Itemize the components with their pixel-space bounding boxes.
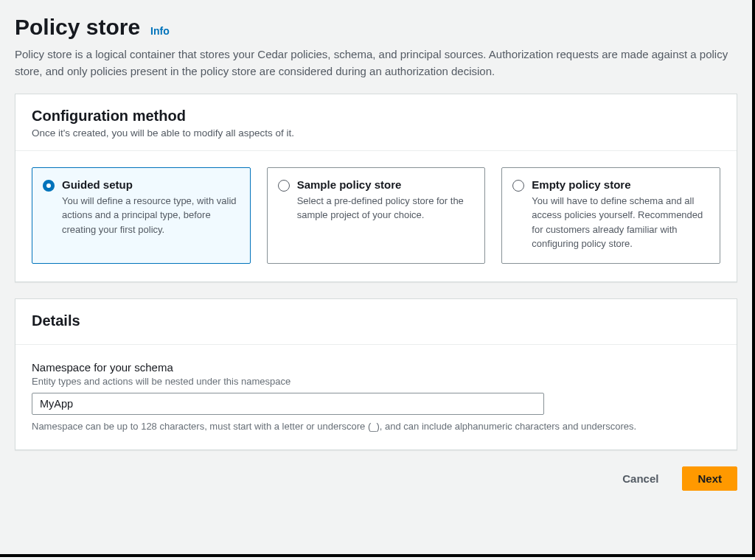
option-guided-setup[interactable]: Guided setup You will define a resource …	[32, 167, 251, 264]
option-description: Select a pre-defined policy store for th…	[297, 194, 473, 223]
namespace-label: Namespace for your schema	[32, 361, 720, 374]
title-row: Policy store Info	[15, 15, 737, 40]
info-link[interactable]: Info	[150, 25, 170, 37]
namespace-input[interactable]	[32, 393, 544, 415]
details-panel: Details Namespace for your schema Entity…	[15, 298, 737, 450]
option-title: Guided setup	[62, 178, 238, 191]
option-description: You will define a resource type, with va…	[62, 194, 238, 237]
page-wrapper: Policy store Info Policy store is a logi…	[0, 0, 755, 557]
radio-icon	[278, 180, 290, 192]
configuration-method-panel: Configuration method Once it's created, …	[15, 94, 737, 282]
details-panel-title: Details	[32, 312, 720, 329]
page-title: Policy store	[15, 15, 140, 40]
radio-icon	[512, 180, 524, 192]
page-header: Policy store Info Policy store is a logi…	[15, 15, 737, 80]
page-description: Policy store is a logical container that…	[15, 46, 737, 80]
cancel-button[interactable]: Cancel	[608, 466, 673, 491]
footer-actions: Cancel Next	[15, 466, 737, 491]
option-content: Empty policy store You will have to defi…	[532, 178, 708, 251]
namespace-constraint: Namespace can be up to 128 characters, m…	[32, 421, 720, 432]
option-title: Empty policy store	[532, 178, 708, 191]
option-content: Guided setup You will define a resource …	[62, 178, 238, 237]
config-panel-header: Configuration method Once it's created, …	[15, 94, 737, 150]
config-options-row: Guided setup You will define a resource …	[32, 167, 720, 264]
next-button[interactable]: Next	[682, 466, 737, 491]
option-title: Sample policy store	[297, 178, 473, 191]
details-panel-body: Namespace for your schema Entity types a…	[15, 344, 737, 449]
option-description: You will have to define schema and all a…	[532, 194, 708, 251]
option-content: Sample policy store Select a pre-defined…	[297, 178, 473, 223]
option-empty-policy-store[interactable]: Empty policy store You will have to defi…	[501, 167, 720, 264]
namespace-hint: Entity types and actions will be nested …	[32, 376, 720, 387]
config-panel-subtitle: Once it's created, you will be able to m…	[32, 127, 720, 139]
config-panel-body: Guided setup You will define a resource …	[15, 150, 737, 281]
config-panel-title: Configuration method	[32, 108, 720, 125]
option-sample-policy-store[interactable]: Sample policy store Select a pre-defined…	[267, 167, 486, 264]
details-panel-header: Details	[15, 299, 737, 344]
radio-icon	[43, 180, 55, 192]
